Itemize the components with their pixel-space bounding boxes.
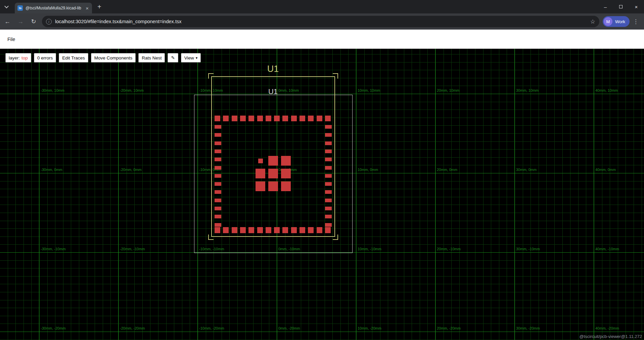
smd-pad[interactable] xyxy=(325,182,332,186)
smd-pad[interactable] xyxy=(268,169,278,178)
smd-pad[interactable] xyxy=(325,150,332,153)
smd-pad[interactable] xyxy=(215,141,221,145)
errors-button[interactable]: 0 errors xyxy=(34,53,56,62)
smd-pad[interactable] xyxy=(281,181,291,191)
viewer-version-label: @tscircuit/pcb-viewer@1.11.272 xyxy=(579,334,642,339)
layer-value: top xyxy=(21,55,28,60)
smd-pad[interactable] xyxy=(266,227,271,233)
smd-pad[interactable] xyxy=(215,150,221,153)
smd-pad[interactable] xyxy=(308,227,314,233)
smd-pad[interactable] xyxy=(281,156,291,166)
smd-pad[interactable] xyxy=(282,116,288,121)
smd-pad[interactable] xyxy=(257,116,263,121)
minimize-button[interactable]: – xyxy=(598,0,613,13)
chevron-down-icon[interactable] xyxy=(4,4,9,8)
smd-pad[interactable] xyxy=(215,207,221,210)
close-window-button[interactable]: × xyxy=(629,0,644,13)
back-button[interactable]: ← xyxy=(2,16,13,27)
smd-pad[interactable] xyxy=(325,125,332,129)
browser-window: ts @tsci/MustafaMulla29.kicad-lib × + – … xyxy=(0,0,644,340)
smd-pad[interactable] xyxy=(282,227,288,233)
smd-pad[interactable] xyxy=(300,227,305,233)
pencil-icon: ✎ xyxy=(171,55,175,60)
window-controls: – × xyxy=(598,0,644,13)
maximize-button[interactable] xyxy=(613,0,629,13)
smd-pad[interactable] xyxy=(268,156,278,166)
smd-pad[interactable] xyxy=(215,223,221,227)
profile-name: Work xyxy=(615,19,625,24)
pcb-canvas[interactable]: layer: top 0 errors Edit Traces Move Com… xyxy=(0,49,644,340)
smd-pad[interactable] xyxy=(325,174,332,178)
caret-down-icon: ▾ xyxy=(196,56,198,60)
smd-pad[interactable] xyxy=(308,116,314,121)
smd-pad[interactable] xyxy=(215,166,221,170)
smd-pad[interactable] xyxy=(240,116,246,121)
smd-pad[interactable] xyxy=(300,116,305,121)
profile-chip[interactable]: M Work xyxy=(603,16,630,27)
smd-pad[interactable] xyxy=(215,125,221,129)
navigation-bar: ← → ↻ i localhost:3020/#file=index.tsx&m… xyxy=(0,13,644,30)
smd-pad[interactable] xyxy=(232,116,237,121)
browser-menu-icon[interactable]: ⋮ xyxy=(633,18,639,25)
smd-pad[interactable] xyxy=(317,116,322,121)
smd-pad[interactable] xyxy=(215,215,221,218)
smd-pad[interactable] xyxy=(325,141,332,145)
move-components-button[interactable]: Move Components xyxy=(91,53,136,62)
smd-pad[interactable] xyxy=(223,116,229,121)
file-menu[interactable]: File xyxy=(7,30,15,49)
rats-nest-button[interactable]: Rats Nest xyxy=(138,53,165,62)
forward-button[interactable]: → xyxy=(15,16,26,27)
bookmark-star-icon[interactable]: ☆ xyxy=(590,18,595,25)
smd-pad[interactable] xyxy=(248,116,254,121)
smd-pad[interactable] xyxy=(215,158,221,161)
smd-pad[interactable] xyxy=(215,182,221,186)
pencil-tool-button[interactable]: ✎ xyxy=(168,53,178,62)
smd-pad[interactable] xyxy=(232,227,237,233)
refresh-button[interactable]: ↻ xyxy=(28,16,39,27)
smd-pad[interactable] xyxy=(274,116,280,121)
smd-pad[interactable] xyxy=(281,169,291,178)
smd-pad[interactable] xyxy=(215,227,220,233)
smd-pad[interactable] xyxy=(256,181,265,191)
silkscreen-corner-mark xyxy=(208,235,214,240)
smd-pad[interactable] xyxy=(215,116,220,121)
smd-pad[interactable] xyxy=(274,227,280,233)
smd-pad[interactable] xyxy=(215,190,221,194)
smd-pad[interactable] xyxy=(268,181,278,191)
address-bar[interactable]: i localhost:3020/#file=index.tsx&main_co… xyxy=(42,16,599,27)
silkscreen-reference-label: U1 xyxy=(267,64,279,74)
smd-pad[interactable] xyxy=(325,190,332,194)
tab-close-icon[interactable]: × xyxy=(85,6,89,11)
smd-pad[interactable] xyxy=(215,199,221,202)
smd-pad[interactable] xyxy=(258,159,263,163)
smd-pad[interactable] xyxy=(317,227,322,233)
smd-pad[interactable] xyxy=(325,116,331,121)
smd-pad[interactable] xyxy=(325,158,332,161)
smd-pad[interactable] xyxy=(223,227,229,233)
smd-pad[interactable] xyxy=(291,116,297,121)
site-info-icon[interactable]: i xyxy=(46,19,52,25)
url-text[interactable]: localhost:3020/#file=index.tsx&main_comp… xyxy=(55,19,587,24)
edit-traces-button[interactable]: Edit Traces xyxy=(59,53,88,62)
smd-pad[interactable] xyxy=(325,133,332,137)
smd-pad[interactable] xyxy=(325,166,332,170)
smd-pad[interactable] xyxy=(325,227,331,233)
smd-pad[interactable] xyxy=(291,227,297,233)
smd-pad[interactable] xyxy=(257,227,263,233)
smd-pad[interactable] xyxy=(256,169,265,178)
pcb-toolbar: layer: top 0 errors Edit Traces Move Com… xyxy=(5,53,201,62)
smd-pad[interactable] xyxy=(325,207,332,210)
browser-tab[interactable]: ts @tsci/MustafaMulla29.kicad-lib × xyxy=(15,3,92,13)
smd-pad[interactable] xyxy=(240,227,246,233)
smd-pad[interactable] xyxy=(215,174,221,178)
new-tab-button[interactable]: + xyxy=(97,3,101,10)
smd-pad[interactable] xyxy=(215,133,221,137)
smd-pad[interactable] xyxy=(266,116,271,121)
smd-pad[interactable] xyxy=(248,227,254,233)
smd-pad[interactable] xyxy=(325,199,332,202)
view-menu-button[interactable]: View ▾ xyxy=(181,53,201,62)
maximize-icon xyxy=(619,5,623,8)
smd-pad[interactable] xyxy=(325,223,332,227)
smd-pad[interactable] xyxy=(325,215,332,218)
layer-button[interactable]: layer: top xyxy=(5,53,31,62)
